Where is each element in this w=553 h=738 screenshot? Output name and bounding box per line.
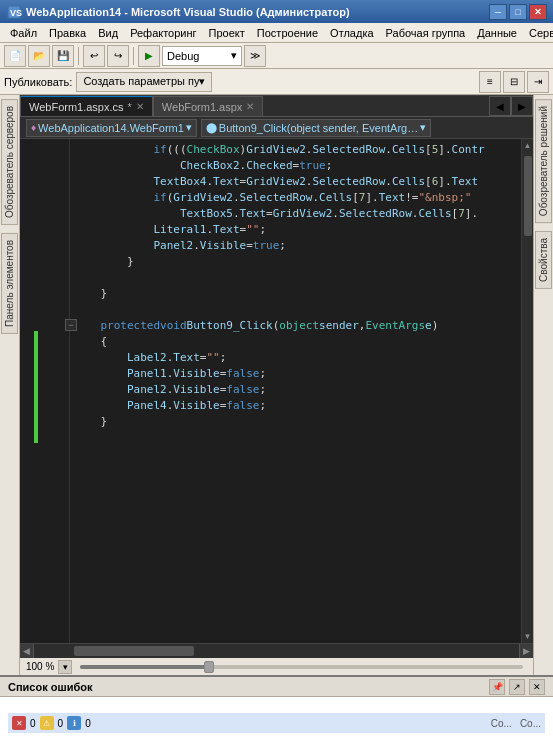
bottom-panel-content: ✕ 0 ⚠ 0 ℹ 0 Со... Со...: [0, 697, 553, 738]
minimize-button[interactable]: ─: [489, 4, 507, 20]
panel-close-btn[interactable]: ✕: [529, 679, 545, 695]
toolbar-redo-btn[interactable]: ↪: [107, 45, 129, 67]
scroll-down-arrow[interactable]: ▼: [522, 630, 533, 643]
menu-file[interactable]: Файл: [4, 25, 43, 41]
breadcrumb-class: WebApplication14.WebForm1: [38, 122, 184, 134]
bottom-panel-title: Список ошибок: [8, 681, 92, 693]
code-editor[interactable]: if (((CheckBox)GridView2.SelectedRow.Cel…: [70, 139, 521, 643]
toolbar-undo-btn[interactable]: ↩: [83, 45, 105, 67]
zoom-slider-thumb[interactable]: [204, 661, 214, 673]
publish-label: Публиковать:: [4, 76, 72, 88]
hscroll-left-arrow[interactable]: ◀: [20, 644, 34, 658]
toolbar-sep-2: [133, 47, 134, 65]
code-line-1: if (((CheckBox)GridView2.SelectedRow.Cel…: [74, 141, 517, 157]
breadcrumb-method: Button9_Click(object sender, EventArg…: [219, 122, 418, 134]
menu-project[interactable]: Проект: [203, 25, 251, 41]
editor-container: WebForm1.aspx.cs * ✕ WebForm1.aspx ✕ ◀ ▶…: [20, 95, 533, 675]
svg-text:VS: VS: [10, 8, 22, 18]
code-line-22: [74, 477, 517, 493]
menu-bar: Файл Правка Вид Рефакторинг Проект Постр…: [0, 23, 553, 43]
code-area[interactable]: − if (((CheckBox)GridView2.SelectedRow.C…: [20, 139, 533, 643]
maximize-button[interactable]: □: [509, 4, 527, 20]
right-sidebar: Обозреватель решений Свойства: [533, 95, 553, 675]
code-line-2: CheckBox2.Checked = true;: [74, 157, 517, 173]
menu-tools[interactable]: Сервис: [523, 25, 553, 41]
toolbar-format-btn[interactable]: ⊟: [503, 71, 525, 93]
bottom-panel: Список ошибок 📌 ↗ ✕ ✕ 0 ⚠ 0 ℹ 0 Со... Со…: [0, 675, 553, 738]
zoom-bar: 100 % ▾: [20, 657, 533, 675]
code-line-20: [74, 445, 517, 461]
toolbar-sep-1: [78, 47, 79, 65]
code-line-14: Label2.Text = "";: [74, 349, 517, 365]
code-line-3: TextBox4.Text = GridView2.SelectedRow.Ce…: [74, 173, 517, 189]
solution-explorer-tab[interactable]: Обозреватель решений: [535, 99, 552, 223]
hscroll-thumb[interactable]: [74, 646, 194, 656]
toolbar-open-btn[interactable]: 📂: [28, 45, 50, 67]
toolbar-indent-btn[interactable]: ⇥: [527, 71, 549, 93]
code-line-13: {: [74, 333, 517, 349]
tab-codebehind-close[interactable]: ✕: [136, 101, 144, 112]
right-collapsed-panels: Обозреватель решений Свойства: [535, 99, 552, 289]
vertical-scrollbar[interactable]: ▲ ▼: [521, 139, 533, 643]
warning-count: 0: [58, 718, 64, 729]
panel-controls: 📌 ↗ ✕: [489, 679, 545, 695]
tab-scroll-left[interactable]: ◀: [489, 96, 511, 116]
toolbar-publish: Публиковать: Создать параметры пу▾ ≡ ⊟ ⇥: [0, 69, 553, 95]
col-label: Со...: [520, 718, 541, 729]
menu-build[interactable]: Построение: [251, 25, 324, 41]
zoom-slider-fill: [80, 665, 213, 669]
error-count-icon: ✕: [12, 716, 26, 730]
publish-button[interactable]: Создать параметры пу▾: [76, 72, 212, 92]
breadcrumb-class-arrow: ▾: [186, 121, 192, 134]
panel-pin-btn[interactable]: 📌: [489, 679, 505, 695]
filter-label: Со...: [491, 718, 512, 729]
breadcrumb-method-arrow: ▾: [420, 121, 426, 134]
menu-debug[interactable]: Отладка: [324, 25, 379, 41]
code-line-7: Panel2.Visible = true;: [74, 237, 517, 253]
tab-codebehind[interactable]: WebForm1.aspx.cs * ✕: [20, 96, 153, 116]
window-title: WebApplication14 - Microsoft Visual Stud…: [26, 6, 489, 18]
tab-aspx[interactable]: WebForm1.aspx ✕: [153, 96, 264, 116]
main-area: Обозреватель серверов Панель элементов W…: [0, 95, 553, 675]
toolbar-run-btn[interactable]: ▶: [138, 45, 160, 67]
scroll-thumb[interactable]: [524, 156, 532, 236]
menu-view[interactable]: Вид: [92, 25, 124, 41]
code-line-11: [74, 301, 517, 317]
close-button[interactable]: ✕: [529, 4, 547, 20]
server-explorer-tab[interactable]: Обозреватель серверов: [1, 99, 18, 225]
hscroll-right-arrow[interactable]: ▶: [519, 644, 533, 658]
toolbar-save-btn[interactable]: 💾: [52, 45, 74, 67]
bottom-panel-header: Список ошибок 📌 ↗ ✕: [0, 677, 553, 697]
hscroll-track[interactable]: [34, 644, 519, 658]
properties-tab[interactable]: Свойства: [535, 231, 552, 289]
tab-aspx-label: WebForm1.aspx: [162, 101, 243, 113]
code-line-6: Literal1.Text = "";: [74, 221, 517, 237]
toolbar-align-btn[interactable]: ≡: [479, 71, 501, 93]
menu-team[interactable]: Рабочая группа: [380, 25, 472, 41]
scroll-up-arrow[interactable]: ▲: [522, 139, 533, 152]
toolbox-tab[interactable]: Панель элементов: [1, 233, 18, 334]
code-line-4: if (GridView2.SelectedRow.Cells[7].Text …: [74, 189, 517, 205]
toolbar-main: 📄 📂 💾 ↩ ↪ ▶ Debug ▾ ≫: [0, 43, 553, 69]
modified-indicator: *: [128, 101, 132, 113]
panel-float-btn[interactable]: ↗: [509, 679, 525, 695]
left-collapsed-panels: Обозреватель серверов Панель элементов: [1, 99, 18, 334]
breadcrumb-class-dropdown[interactable]: ♦ WebApplication14.WebForm1 ▾: [26, 119, 197, 137]
tab-scroll-right[interactable]: ▶: [511, 96, 533, 116]
menu-edit[interactable]: Правка: [43, 25, 92, 41]
debug-label: Debug: [167, 50, 199, 62]
zoom-down-btn[interactable]: ▾: [58, 660, 72, 674]
toolbar-more-btn[interactable]: ≫: [244, 45, 266, 67]
tab-bar: WebForm1.aspx.cs * ✕ WebForm1.aspx ✕ ◀ ▶: [20, 95, 533, 117]
window-controls[interactable]: ─ □ ✕: [489, 4, 547, 20]
horizontal-scrollbar[interactable]: ◀ ▶: [20, 643, 533, 657]
zoom-slider-track[interactable]: [80, 665, 523, 669]
debug-config-dropdown[interactable]: Debug ▾: [162, 46, 242, 66]
menu-data[interactable]: Данные: [471, 25, 523, 41]
title-bar: VS WebApplication14 - Microsoft Visual S…: [0, 0, 553, 23]
breadcrumb-method-dropdown[interactable]: ⬤ Button9_Click(object sender, EventArg……: [201, 119, 431, 137]
menu-refactor[interactable]: Рефакторинг: [124, 25, 202, 41]
code-line-16: Panel2.Visible = false;: [74, 381, 517, 397]
toolbar-newfile-btn[interactable]: 📄: [4, 45, 26, 67]
tab-aspx-close[interactable]: ✕: [246, 101, 254, 112]
